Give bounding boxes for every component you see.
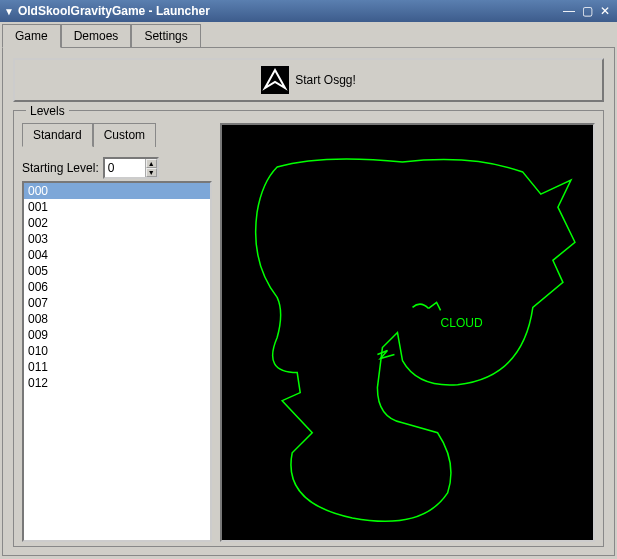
list-item[interactable]: 000	[24, 183, 210, 199]
list-item[interactable]: 003	[24, 231, 210, 247]
spin-down-icon[interactable]: ▼	[146, 168, 157, 177]
list-item[interactable]: 001	[24, 199, 210, 215]
levels-group: Levels Standard Custom Starting Level: ▲…	[13, 110, 604, 547]
tab-demoes[interactable]: Demoes	[61, 24, 132, 48]
list-item[interactable]: 009	[24, 327, 210, 343]
list-item[interactable]: 012	[24, 375, 210, 391]
list-item[interactable]: 002	[24, 215, 210, 231]
starting-level-input[interactable]	[105, 159, 145, 177]
list-item[interactable]: 010	[24, 343, 210, 359]
map-annotation: CLOUD	[441, 316, 483, 330]
levels-left-column: Standard Custom Starting Level: ▲ ▼ 0000…	[22, 123, 212, 542]
minimize-button[interactable]: —	[561, 4, 577, 18]
level-preview: CLOUD	[220, 123, 595, 542]
starting-level-spinbox[interactable]: ▲ ▼	[103, 157, 159, 179]
titlebar: ▼ OldSkoolGravityGame - Launcher — ▢ ✕	[0, 0, 617, 22]
tab-panel: Start Osgg! Levels Standard Custom Start…	[2, 47, 615, 556]
start-button[interactable]: Start Osgg!	[13, 58, 604, 102]
main-tabs: Game Demoes Settings	[0, 22, 617, 48]
tab-settings[interactable]: Settings	[131, 24, 200, 48]
list-item[interactable]: 006	[24, 279, 210, 295]
list-item[interactable]: 011	[24, 359, 210, 375]
spin-up-icon[interactable]: ▲	[146, 159, 157, 168]
levels-subtabs: Standard Custom	[22, 123, 212, 147]
starting-level-label: Starting Level:	[22, 161, 99, 175]
map-svg: CLOUD	[222, 125, 593, 540]
list-item[interactable]: 007	[24, 295, 210, 311]
ship-icon	[261, 66, 289, 94]
close-button[interactable]: ✕	[597, 4, 613, 18]
window-menu-icon[interactable]: ▼	[4, 6, 14, 17]
levels-listbox[interactable]: 000001002003004005006007008009010011012	[22, 181, 212, 542]
list-item[interactable]: 008	[24, 311, 210, 327]
start-button-label: Start Osgg!	[295, 73, 356, 87]
tab-game[interactable]: Game	[2, 24, 61, 48]
maximize-button[interactable]: ▢	[579, 4, 595, 18]
list-item[interactable]: 005	[24, 263, 210, 279]
subtab-standard[interactable]: Standard	[22, 123, 93, 147]
subtab-custom[interactable]: Custom	[93, 123, 156, 147]
window-title: OldSkoolGravityGame - Launcher	[18, 4, 559, 18]
svg-rect-1	[222, 132, 593, 533]
list-item[interactable]: 004	[24, 247, 210, 263]
starting-level-row: Starting Level: ▲ ▼	[22, 157, 212, 179]
levels-legend: Levels	[26, 104, 69, 118]
